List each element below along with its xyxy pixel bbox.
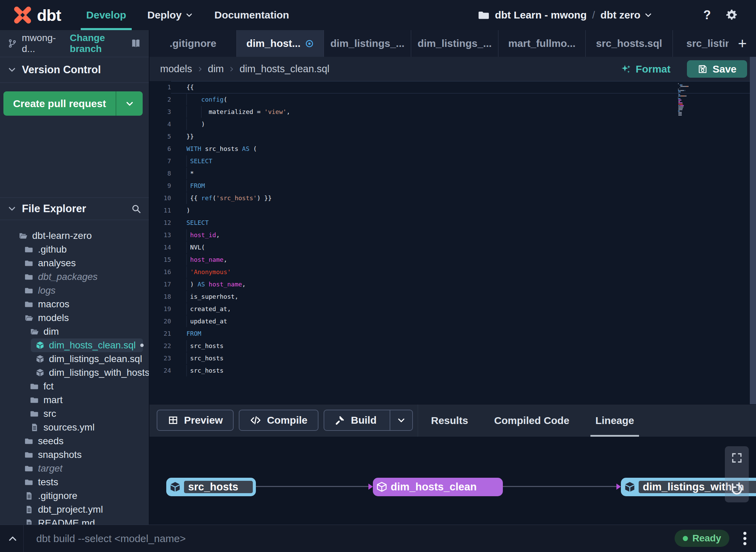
file-tree-label: mart (43, 395, 63, 406)
reset-view-button[interactable] (729, 482, 744, 497)
editor-tab[interactable]: mart_fullmo... (498, 30, 586, 57)
editor-tab[interactable]: src_listings. (673, 30, 729, 57)
file-tree-label: tests (38, 477, 58, 488)
editor-minimap[interactable] (678, 83, 699, 116)
editor-tab[interactable]: .gitignore (149, 30, 237, 57)
file-tree-item[interactable]: fct (25, 380, 143, 393)
file-tree-item[interactable]: macros (20, 297, 143, 311)
file-tree-label: dim_listings_with_hosts... (49, 367, 149, 378)
dbt-logo[interactable]: dbt (12, 5, 61, 25)
action-buttons: PreviewCompileBuild (157, 410, 413, 431)
format-button[interactable]: Format (621, 63, 670, 75)
file-tree-label: target (38, 463, 63, 474)
folder-open-icon-holder (30, 327, 39, 336)
build-button[interactable]: Build (324, 410, 413, 431)
statusbar-menu-button[interactable] (743, 525, 746, 552)
file-tree-item[interactable]: dim_hosts_clean.sql (31, 338, 143, 352)
expand-console-button[interactable] (8, 525, 18, 552)
editor-tab[interactable]: dim_host... (237, 30, 324, 57)
editor-tab[interactable]: dim_listings_... (411, 30, 498, 57)
new-tab-button[interactable]: + (729, 30, 756, 57)
panel-tab-results[interactable]: Results (418, 405, 481, 437)
line-number: 20 (149, 315, 171, 328)
line-number: 8 (149, 167, 171, 180)
file-tree-item[interactable]: models (20, 311, 143, 325)
docs-book-button[interactable] (130, 38, 141, 49)
file-tree-item[interactable]: seeds (20, 434, 143, 448)
help-button[interactable]: ? (703, 8, 711, 22)
file-tree-label: dbt_project.yml (38, 504, 103, 515)
indent-guide (186, 291, 187, 303)
create-pull-request-button-group: Create pull request (3, 91, 143, 116)
fullscreen-button[interactable] (731, 452, 743, 464)
code-line: 7 SELECT (149, 155, 756, 167)
create-pull-request-button[interactable]: Create pull request (3, 91, 116, 116)
folder-open-icon-holder (25, 313, 34, 322)
reset-icon (729, 482, 744, 497)
change-branch-link[interactable]: Change branch (70, 33, 130, 54)
code-line: 2 config( (149, 93, 756, 106)
file-tree-item[interactable]: dbt_packages (20, 270, 143, 284)
nav-menu-documentation[interactable]: Documentation (214, 0, 289, 30)
file-tree-item[interactable]: README.md (20, 516, 143, 525)
command-input[interactable]: dbt build --select <model_name> (36, 525, 186, 552)
minimap-line (678, 109, 699, 110)
line-number: 4 (149, 118, 171, 130)
save-button[interactable]: Save (687, 60, 747, 78)
file-tree-item[interactable]: dim_listings_clean.sql (31, 352, 143, 366)
file-tree-item[interactable]: sources.yml (25, 421, 143, 434)
lineage-node[interactable]: dim_hosts_clean (373, 478, 503, 496)
environment-selector[interactable]: dbt zero (600, 9, 640, 21)
file-tree-item[interactable]: .github (20, 243, 143, 256)
dbt-logo-icon (12, 5, 33, 25)
line-number: 10 (149, 192, 171, 204)
file-explorer-header[interactable]: File Explorer (0, 197, 149, 220)
folder-icon-holder (25, 259, 34, 268)
breadcrumb-item[interactable]: dim_hosts_clean.sql (239, 63, 329, 75)
file-tree-item[interactable]: .gitignore (20, 489, 143, 503)
file-tree-item[interactable]: logs (20, 284, 143, 297)
file-search-button[interactable] (131, 204, 141, 214)
file-tree-item[interactable]: dim (25, 325, 143, 338)
settings-button[interactable] (725, 9, 738, 22)
panel-tab-lineage[interactable]: Lineage (582, 405, 647, 437)
nav-menu-deploy[interactable]: Deploy (147, 0, 193, 30)
panel-tab-compiled-code[interactable]: Compiled Code (481, 405, 582, 437)
code-line: 11) (149, 204, 756, 217)
file-tree-item[interactable]: src (25, 407, 143, 421)
code-editor[interactable]: 1{{2 config(3 materialized = 'view',4 )5… (149, 81, 756, 404)
version-control-header[interactable]: Version Control (0, 57, 149, 83)
breadcrumb-item[interactable]: models (160, 63, 192, 75)
create-pull-request-dropdown[interactable] (116, 91, 143, 116)
model-cube-icon (36, 368, 44, 377)
minimap-line (678, 94, 699, 95)
preview-button[interactable]: Preview (157, 410, 234, 431)
file-tree-item[interactable]: target (20, 462, 143, 475)
nav-menu-develop[interactable]: Develop (86, 0, 126, 30)
file-tree-item[interactable]: dim_listings_with_hosts... (31, 366, 143, 380)
line-number: 19 (149, 303, 171, 315)
folder-icon-holder (25, 450, 34, 459)
project-name[interactable]: dbt Learn - mwong (495, 9, 587, 21)
folder-icon (25, 245, 34, 254)
file-tree-item[interactable]: tests (20, 475, 143, 489)
editor-scrollbar[interactable] (750, 57, 756, 437)
file-tree-item[interactable]: snapshots (20, 448, 143, 462)
breadcrumb-separator: / (592, 9, 595, 21)
file-tree-item[interactable]: dbt-learn-zero (14, 229, 143, 243)
build-dropdown[interactable] (390, 410, 412, 430)
code-line: 9 FROM (149, 180, 756, 192)
model-cube-icon (376, 481, 388, 493)
breadcrumb-item[interactable]: dim (208, 63, 224, 75)
indent-guide (186, 192, 187, 204)
file-tree-item[interactable]: analyses (20, 256, 143, 270)
lineage-node[interactable]: src_hosts (166, 478, 256, 496)
editor-tab[interactable]: src_hosts.sql (586, 30, 673, 57)
file-tree-item[interactable]: dbt_project.yml (20, 503, 143, 516)
lineage-controls (725, 446, 749, 502)
compile-button[interactable]: Compile (239, 410, 318, 431)
environment-chevron[interactable] (644, 11, 653, 20)
minimap-line (678, 106, 699, 107)
editor-tab[interactable]: dim_listings_... (324, 30, 411, 57)
file-tree-item[interactable]: mart (25, 393, 143, 407)
